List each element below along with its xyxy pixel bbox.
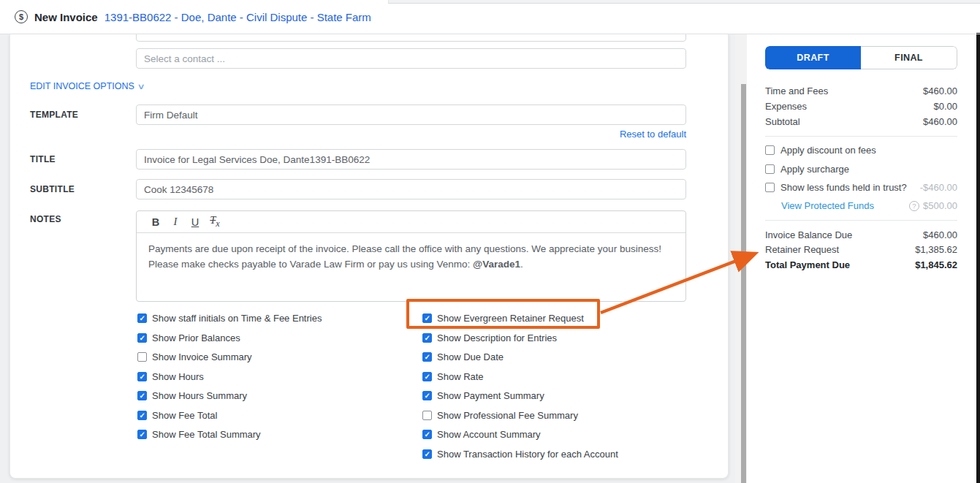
checkbox[interactable] (765, 164, 775, 174)
view-protected-funds-link[interactable]: View Protected Funds (781, 200, 874, 211)
checkbox[interactable] (137, 391, 147, 400)
retainer-request-row: Retainer Request $1,385.62 (765, 244, 957, 255)
page-title: New Invoice (34, 11, 98, 23)
clear-formatting-icon[interactable]: Tx (208, 214, 221, 229)
bold-icon[interactable]: B (149, 216, 162, 228)
checkbox[interactable] (137, 352, 147, 362)
checkbox-row[interactable]: Show Fee Total (137, 410, 217, 421)
checkbox[interactable] (422, 449, 432, 459)
checkbox-row[interactable]: Show Prior Balances (137, 332, 240, 343)
checkbox[interactable] (422, 411, 432, 420)
checkbox-row[interactable]: Show Invoice Summary (137, 351, 252, 362)
checkbox[interactable] (137, 430, 147, 439)
subtitle-input[interactable] (136, 179, 686, 199)
checkbox-row[interactable]: Show Professional Fee Summary (422, 410, 578, 421)
matter-link[interactable]: 1391-BB0622 - Doe, Dante - Civil Dispute… (105, 11, 371, 23)
option-label[interactable]: Apply surcharge (780, 164, 849, 175)
show-less-trust-row[interactable]: Show less funds held in trust? -$460.00 (765, 182, 957, 193)
checkbox[interactable] (137, 313, 147, 323)
checkbox-label[interactable]: Show Fee Total Summary (152, 429, 261, 440)
checkbox-label[interactable]: Show Hours (152, 371, 204, 382)
checkbox-row[interactable]: Show Transaction History for each Accoun… (422, 449, 618, 460)
edit-invoice-options-label[interactable]: EDIT INVOICE OPTIONS (30, 81, 134, 91)
checkbox-label[interactable]: Show Professional Fee Summary (437, 410, 578, 421)
reset-row: Reset to default (136, 129, 686, 140)
checkbox[interactable] (137, 411, 147, 420)
checkbox[interactable] (765, 183, 775, 192)
screen-edge-strip (976, 33, 980, 483)
checkbox-row[interactable]: Show Account Summary (422, 429, 541, 440)
annotation-highlight-box (406, 299, 600, 329)
checkbox-row[interactable]: Show Due Date (422, 351, 504, 362)
question-circle-icon[interactable]: ? (909, 201, 919, 211)
invoice-summary-sidebar: DRAFT FINAL Time and Fees $460.00 Expens… (747, 34, 976, 483)
checkbox[interactable] (422, 430, 432, 439)
reset-to-default-link[interactable]: Reset to default (620, 129, 686, 140)
summary-value: $460.00 (923, 116, 957, 127)
checkbox-label[interactable]: Show Due Date (437, 351, 504, 362)
checkbox-row[interactable]: Show Hours Summary (137, 390, 247, 401)
summary-label: Total Payment Due (765, 259, 850, 270)
checkbox[interactable] (422, 372, 432, 381)
cutoff-input[interactable] (136, 34, 686, 42)
checkbox-row[interactable]: Show Payment Summary (422, 390, 544, 401)
option-label[interactable]: Apply discount on fees (780, 145, 876, 156)
summary-label: Subtotal (765, 116, 800, 127)
checkbox-label[interactable]: Show Fee Total (152, 410, 217, 421)
checkbox-row[interactable]: Show Description for Entries (422, 332, 557, 343)
underline-icon[interactable]: U (189, 216, 202, 228)
checkbox-label[interactable]: Show Invoice Summary (152, 351, 252, 362)
dollar-circle-icon: $ (15, 10, 28, 23)
option-label-wrap: Apply discount on fees (765, 145, 876, 156)
annotation-arrow (592, 243, 767, 320)
checkbox-label[interactable]: Show Payment Summary (437, 390, 544, 401)
italic-icon[interactable]: I (169, 216, 182, 228)
template-input[interactable] (136, 104, 686, 125)
notes-toolbar: B I U Tx (137, 211, 685, 233)
summary-value: $460.00 (923, 229, 957, 240)
summary-value: $1,845.62 (915, 259, 957, 270)
checkbox-label[interactable]: Show Rate (437, 371, 484, 382)
summary-row: Subtotal $460.00 (765, 116, 957, 127)
checkbox[interactable] (137, 372, 147, 381)
summary-row: Expenses $0.00 (765, 101, 957, 112)
checkbox-label[interactable]: Show Prior Balances (152, 332, 240, 343)
checkbox-row[interactable]: Show staff initials on Time & Fee Entrie… (137, 313, 322, 324)
draft-tab[interactable]: DRAFT (765, 46, 861, 69)
protected-funds-row: View Protected Funds ? $500.00 (765, 200, 957, 211)
contact-input[interactable] (136, 48, 686, 69)
summary-row: Time and Fees $460.00 (765, 85, 957, 96)
checkbox-row[interactable]: Show Hours (137, 371, 204, 382)
option-value: -$460.00 (920, 182, 957, 193)
checkbox[interactable] (422, 391, 432, 400)
checkbox[interactable] (137, 333, 147, 343)
summary-label: Retainer Request (765, 244, 839, 255)
summary-value: $1,385.62 (915, 244, 957, 255)
header-content: $ New Invoice 1391-BB0622 - Doe, Dante -… (15, 0, 371, 34)
apply-discount-row[interactable]: Apply discount on fees (765, 145, 957, 156)
apply-surcharge-row[interactable]: Apply surcharge (765, 164, 957, 175)
subtitle-label: SUBTITLE (30, 184, 75, 194)
protected-funds-right: ? $500.00 (909, 200, 957, 211)
checkbox-label[interactable]: Show Hours Summary (152, 390, 247, 401)
title-label: TITLE (30, 154, 56, 164)
total-payment-due-row: Total Payment Due $1,845.62 (765, 259, 957, 270)
summary-label: Expenses (765, 101, 807, 112)
checkbox-label[interactable]: Show Transaction History for each Accoun… (437, 449, 618, 460)
checkbox[interactable] (422, 352, 432, 362)
checkbox-label[interactable]: Show Account Summary (437, 429, 541, 440)
checkbox-label[interactable]: Show Description for Entries (437, 332, 557, 343)
option-label[interactable]: Show less funds held in trust? (780, 182, 907, 193)
checkbox[interactable] (422, 333, 432, 343)
new-invoice-screen: $ New Invoice 1391-BB0622 - Doe, Dante -… (0, 0, 980, 483)
edit-invoice-options-link[interactable]: EDIT INVOICE OPTIONS ∨ (30, 81, 144, 91)
checkbox-label[interactable]: Show staff initials on Time & Fee Entrie… (152, 313, 322, 324)
final-tab[interactable]: FINAL (861, 46, 957, 69)
checkbox-row[interactable]: Show Fee Total Summary (137, 429, 261, 440)
summary-label: Invoice Balance Due (765, 229, 852, 240)
summary-label: Time and Fees (765, 85, 828, 96)
checkbox[interactable] (765, 145, 775, 155)
checkbox-row[interactable]: Show Rate (422, 371, 484, 382)
title-input[interactable] (136, 149, 686, 170)
summary-value: $0.00 (933, 101, 957, 112)
